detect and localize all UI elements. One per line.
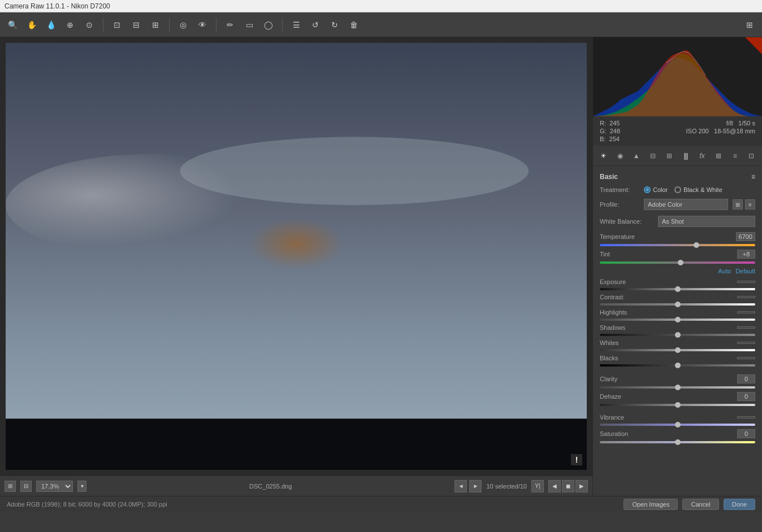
hand-tool[interactable]: ✋ — [24, 17, 40, 33]
blacks-thumb[interactable] — [675, 363, 681, 368]
tint-track[interactable] — [600, 261, 755, 264]
color-sampler-tool[interactable]: ⊕ — [62, 17, 78, 33]
tint-value[interactable]: +8 — [737, 250, 755, 259]
transform-tool[interactable]: ⊞ — [148, 17, 163, 33]
app-title: Camera Raw 11.0.1 - Nikon D7200 — [5, 2, 110, 10]
clarity-track[interactable] — [600, 386, 755, 389]
hsl-icon[interactable]: ▲ — [630, 150, 642, 162]
saturation-value[interactable]: 0 — [737, 429, 755, 438]
radial-filter-tool[interactable]: ◯ — [261, 17, 276, 33]
whites-value-box[interactable] — [737, 342, 755, 344]
svg-point-2 — [180, 137, 529, 205]
footer-buttons: Open Images Cancel Done — [624, 499, 755, 510]
filmstrip-filter-button[interactable]: Y| — [531, 480, 544, 492]
vibrance-track[interactable] — [600, 424, 755, 426]
trash-tool[interactable]: 🗑 — [346, 17, 362, 33]
straighten-tool[interactable]: ⊟ — [128, 17, 144, 33]
cancel-button[interactable]: Cancel — [682, 499, 718, 510]
graduated-filter-tool[interactable]: ▭ — [241, 17, 257, 33]
contrast-track[interactable] — [600, 303, 755, 306]
crop-tool[interactable]: ⊡ — [109, 17, 125, 33]
zoom-tool[interactable]: 🔍 — [5, 17, 20, 33]
shadows-thumb[interactable] — [675, 332, 681, 338]
saturation-thumb[interactable] — [675, 439, 681, 445]
toolbar: 🔍 ✋ 💧 ⊕ ⊙ ⊡ ⊟ ⊞ ◎ 👁 ✏ ▭ ◯ ☰ ↺ ↻ 🗑 ⊞ — [0, 12, 762, 37]
vibrance-slider-row: Vibrance — [593, 412, 762, 428]
profile-row: Profile: Adobe Color ⊞ ≡ — [593, 197, 762, 212]
filmstrip-btn-2[interactable]: ◼ — [562, 480, 574, 492]
effects-icon[interactable]: ⊠ — [713, 150, 725, 162]
fit-window-button[interactable]: ⊞ — [742, 17, 757, 33]
saturation-track[interactable] — [600, 441, 755, 443]
camera-info-right: f/8 1/50 s ISO 200 18-55@18 mm — [678, 120, 756, 142]
profile-grid-button[interactable]: ⊞ — [733, 199, 743, 210]
vibrance-header: Vibrance — [600, 414, 755, 421]
shadows-track[interactable] — [600, 334, 755, 336]
filmstrip-navigation: ◄ ► 10 selected/10 Y| — [454, 480, 544, 492]
rotate-left-tool[interactable]: ↺ — [308, 17, 323, 33]
exposure-thumb[interactable] — [675, 286, 681, 292]
temperature-thumb[interactable] — [694, 242, 699, 248]
white-balance-select[interactable]: As Shot — [658, 216, 755, 227]
tone-curve-icon[interactable]: ◉ — [614, 150, 626, 162]
dehaze-track[interactable] — [600, 404, 755, 406]
temperature-value[interactable]: 6700 — [736, 232, 755, 241]
whites-track[interactable] — [600, 349, 755, 351]
vibrance-thumb[interactable] — [675, 422, 681, 428]
vibrance-value-box[interactable] — [737, 416, 755, 418]
contrast-value-box[interactable] — [737, 296, 755, 298]
contrast-thumb[interactable] — [675, 302, 681, 307]
r-value: R: 245 — [600, 120, 677, 127]
bw-radio[interactable]: Black & White — [674, 186, 722, 193]
default-button[interactable]: Default — [735, 268, 755, 274]
dehaze-value[interactable]: 0 — [737, 392, 755, 401]
contrast-header: Contrast — [600, 294, 755, 300]
filmstrip-btn-3[interactable]: ▶ — [575, 480, 588, 492]
adjustment-brush-tool[interactable]: ✏ — [222, 17, 238, 33]
done-button[interactable]: Done — [724, 499, 755, 510]
profile-select[interactable]: Adobe Color — [644, 199, 728, 210]
bottom-status-bar: ⊞ ⊟ 17.3% ▾ DSC_0255.dng ◄ ► 10 selected… — [0, 476, 592, 496]
filmstrip-btn-1[interactable]: ◀ — [548, 480, 561, 492]
profile-list-button[interactable]: ≡ — [745, 199, 755, 210]
blacks-value-box[interactable] — [737, 357, 755, 359]
targeted-adjustment-tool[interactable]: ⊙ — [81, 17, 97, 33]
auto-button[interactable]: Auto — [718, 268, 731, 274]
whites-thumb[interactable] — [675, 347, 681, 353]
eyedropper-tool[interactable]: 💧 — [43, 17, 59, 33]
zoom-selector[interactable]: 17.3% — [36, 481, 73, 492]
view-mode-button-1[interactable]: ⊞ — [5, 481, 16, 492]
rotate-right-tool[interactable]: ↻ — [327, 17, 343, 33]
blacks-track[interactable] — [600, 364, 755, 367]
shadows-value-box[interactable] — [737, 326, 755, 329]
highlights-track[interactable] — [600, 319, 755, 321]
detail-icon[interactable]: ||| — [679, 150, 691, 162]
red-eye-tool[interactable]: 👁 — [194, 17, 210, 33]
exposure-track[interactable] — [600, 288, 755, 290]
presets-tool[interactable]: ☰ — [288, 17, 304, 33]
spot-removal-tool[interactable]: ◎ — [175, 17, 191, 33]
clarity-value[interactable]: 0 — [737, 374, 755, 383]
clarity-thumb[interactable] — [675, 385, 681, 390]
tint-thumb[interactable] — [678, 260, 683, 265]
exposure-value-box[interactable] — [737, 281, 755, 283]
lens-corrections-icon[interactable]: fx — [696, 150, 708, 162]
dehaze-thumb[interactable] — [675, 402, 681, 408]
next-image-button[interactable]: ► — [469, 480, 482, 492]
calibration-icon[interactable]: ≡ — [729, 150, 741, 162]
highlights-thumb[interactable] — [675, 317, 681, 322]
color-radio[interactable]: Color — [644, 186, 668, 193]
snapshots-icon[interactable]: ⊡ — [746, 150, 757, 162]
view-mode-button-2[interactable]: ⊟ — [20, 481, 32, 492]
split-toning-icon[interactable]: ⊞ — [663, 150, 675, 162]
bw-radio-circle — [674, 186, 681, 193]
color-grading-icon[interactable]: ⊟ — [647, 150, 659, 162]
temperature-track[interactable] — [600, 244, 755, 246]
panel-menu-icon[interactable]: ≡ — [751, 173, 755, 181]
highlights-value-box[interactable] — [737, 311, 755, 313]
preview-image[interactable]: ! — [6, 43, 587, 470]
zoom-dropdown-button[interactable]: ▾ — [77, 481, 86, 492]
basic-panel-icon[interactable]: ☀ — [598, 150, 609, 162]
prev-image-button[interactable]: ◄ — [454, 480, 467, 492]
open-images-button[interactable]: Open Images — [624, 499, 678, 510]
